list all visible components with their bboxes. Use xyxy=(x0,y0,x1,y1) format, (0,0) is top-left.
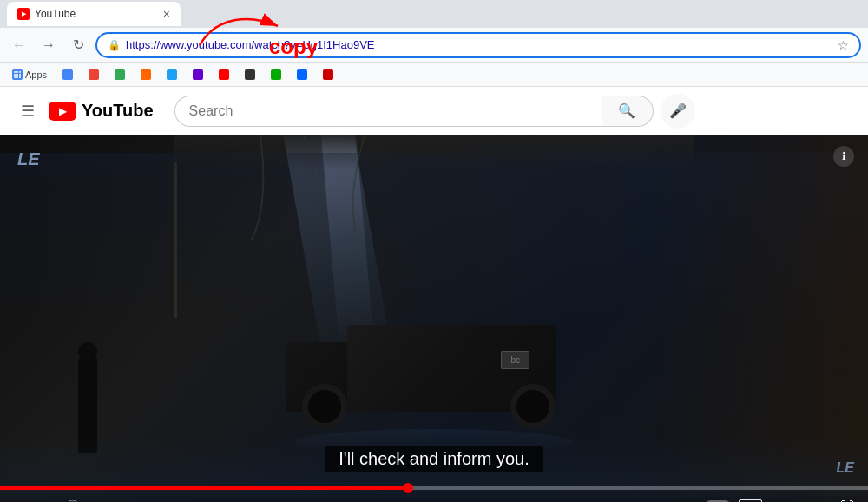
volume-button[interactable]: 🔊 xyxy=(59,496,83,503)
browser-window: copy YouTube × ← → ↻ 🔒 ☆ xyxy=(0,0,868,502)
bookmark-1[interactable] xyxy=(57,68,78,82)
subtitle-text: I'll check and inform you. xyxy=(325,446,542,472)
youtube-header: ☰ YouTube 🔍 🎤 xyxy=(0,87,868,135)
van-logo: bc xyxy=(501,351,529,369)
theater-button[interactable]: ▭ xyxy=(813,496,833,503)
tab-bar: YouTube × xyxy=(0,0,868,28)
youtube-logo[interactable]: YouTube xyxy=(49,101,154,121)
fullscreen-button[interactable]: ⛶ xyxy=(837,496,858,502)
bookmark-10[interactable] xyxy=(292,68,312,82)
volume-icon: 🔊 xyxy=(62,499,80,503)
apps-label: Apps xyxy=(25,69,47,80)
theater-icon: ▭ xyxy=(817,499,830,503)
play-icon: ▶ xyxy=(14,499,24,503)
captions-button[interactable]: CC xyxy=(735,496,766,503)
active-tab[interactable]: YouTube × xyxy=(7,2,181,26)
van-wheel-rear xyxy=(510,384,556,429)
next-button[interactable]: ⏭ xyxy=(33,496,54,502)
address-bar-container: 🔒 ☆ xyxy=(95,32,861,58)
back-button[interactable]: ← xyxy=(7,33,31,57)
tab-title: YouTube xyxy=(35,8,76,20)
apps-icon xyxy=(12,69,23,80)
search-container: 🔍 🎤 xyxy=(174,94,695,129)
tab-favicon xyxy=(17,8,30,20)
miniplayer-button[interactable]: ⊡ xyxy=(792,496,810,503)
bookmark-7[interactable] xyxy=(214,68,234,82)
refresh-button[interactable]: ↻ xyxy=(66,33,90,57)
play-pause-button[interactable]: ▶ xyxy=(10,496,28,503)
apps-bookmark[interactable]: Apps xyxy=(7,68,52,82)
bookmark-2[interactable] xyxy=(83,68,104,82)
bookmark-11[interactable] xyxy=(318,68,339,82)
info-button[interactable]: ℹ xyxy=(833,146,854,167)
search-icon: 🔍 xyxy=(618,102,635,119)
bookmark-3[interactable] xyxy=(109,68,130,82)
microphone-button[interactable]: 🎤 xyxy=(661,94,695,129)
microphone-icon: 🎤 xyxy=(669,102,687,119)
bookmark-6[interactable] xyxy=(187,68,208,82)
watermark: LE xyxy=(837,460,854,476)
person-head xyxy=(78,342,97,361)
navigation-bar: ← → ↻ 🔒 ☆ xyxy=(0,28,868,63)
video-player[interactable]: bc LE ℹ I'll check an xyxy=(0,135,868,502)
address-bar-input[interactable] xyxy=(126,38,832,51)
bookmark-8[interactable] xyxy=(240,68,260,82)
wires-svg xyxy=(0,135,868,309)
bookmark-9[interactable] xyxy=(266,68,286,82)
channel-badge: LE xyxy=(17,149,40,169)
bookmarks-bar: Apps xyxy=(0,63,868,87)
tab-close-button[interactable]: × xyxy=(163,7,170,21)
video-background: bc LE ℹ I'll check an xyxy=(0,135,868,502)
van-wheel-front xyxy=(302,384,347,429)
menu-button[interactable]: ☰ xyxy=(14,95,42,128)
bookmark-5[interactable] xyxy=(161,68,182,82)
right-controls: CC ⚙ ⊡ ▭ ⛶ xyxy=(704,496,858,503)
ssl-lock-icon: 🔒 xyxy=(108,39,121,51)
youtube-logo-text: YouTube xyxy=(82,101,154,121)
youtube-logo-icon xyxy=(49,102,76,121)
search-button[interactable]: 🔍 xyxy=(602,96,654,127)
controls-bar: ▶ ⏭ 🔊 59:33 / 2:11:06 CC xyxy=(0,490,868,502)
search-input[interactable] xyxy=(174,96,602,127)
settings-icon: ⚙ xyxy=(773,499,785,503)
bookmark-star-icon[interactable]: ☆ xyxy=(838,38,849,52)
forward-button[interactable]: → xyxy=(36,33,61,57)
info-icon: ℹ xyxy=(842,150,846,162)
miniplayer-icon: ⊡ xyxy=(795,499,806,503)
van: bc xyxy=(286,299,582,455)
settings-button[interactable]: ⚙ xyxy=(769,496,788,503)
subtitle-bar: I'll check and inform you. xyxy=(0,446,868,472)
captions-icon: CC xyxy=(739,499,762,503)
bookmark-4[interactable] xyxy=(135,68,156,82)
video-scene: bc LE ℹ I'll check an xyxy=(0,135,868,502)
